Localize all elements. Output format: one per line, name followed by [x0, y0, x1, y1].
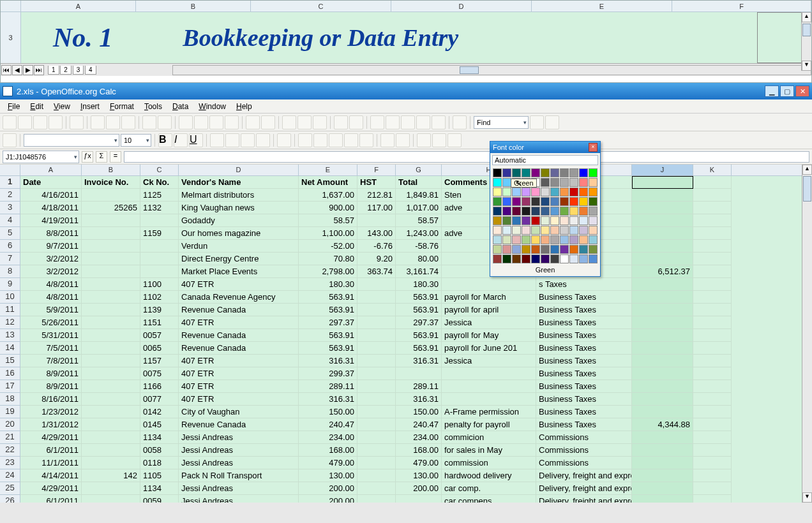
cell[interactable]: 234.00 — [299, 431, 357, 444]
menu-format[interactable]: Format — [105, 101, 139, 112]
cell[interactable]: 240.47 — [396, 418, 442, 431]
cell[interactable]: Business Taxes — [536, 406, 632, 418]
cell[interactable] — [82, 457, 140, 469]
cell[interactable]: payroll for March — [442, 291, 536, 304]
cell[interactable] — [82, 304, 140, 316]
window-close-button[interactable] — [795, 85, 809, 97]
cell[interactable]: 0075 — [140, 367, 179, 380]
color-swatch[interactable] — [550, 168, 559, 177]
color-swatch[interactable] — [541, 235, 550, 244]
cell[interactable] — [357, 367, 396, 380]
color-swatch[interactable] — [531, 188, 540, 196]
cell[interactable] — [632, 393, 693, 406]
hyperlink-button[interactable] — [282, 115, 296, 129]
cell[interactable]: 168.00 — [396, 444, 442, 457]
cell[interactable]: 407 ETR — [179, 393, 299, 406]
cell[interactable] — [632, 202, 693, 214]
row-header[interactable]: 6 — [0, 240, 20, 253]
cell[interactable] — [632, 444, 693, 457]
cell[interactable]: Commissions — [536, 431, 632, 444]
cell[interactable]: 5/31/2011 — [20, 329, 82, 342]
row-header[interactable]: 1 — [0, 176, 20, 189]
color-swatch[interactable] — [502, 188, 511, 196]
cell[interactable]: 563.91 — [299, 329, 357, 342]
cell[interactable]: 1100 — [140, 278, 179, 291]
color-swatch[interactable] — [512, 207, 521, 216]
cell[interactable]: 2,798.00 — [299, 265, 357, 278]
save-button[interactable] — [33, 115, 47, 129]
color-swatch[interactable] — [569, 188, 578, 196]
cell[interactable] — [632, 469, 693, 482]
sheet-prev-button[interactable]: ◀ — [12, 65, 22, 75]
cell[interactable]: Business Taxes — [536, 291, 632, 304]
color-swatch[interactable] — [541, 226, 550, 235]
cell[interactable]: 1,100.00 — [299, 227, 357, 240]
cell[interactable]: 407 ETR — [179, 355, 299, 367]
sheet-tab-4[interactable]: 4 — [85, 66, 96, 75]
cell[interactable]: penalty for payroll — [442, 418, 536, 431]
cell[interactable] — [632, 240, 693, 253]
cell[interactable] — [82, 355, 140, 367]
cell[interactable]: Jessica — [442, 355, 536, 367]
cell[interactable] — [632, 329, 693, 342]
teaser-col-c[interactable]: C — [251, 1, 391, 11]
color-swatch[interactable] — [569, 226, 578, 235]
cell[interactable]: 1,243.00 — [396, 227, 442, 240]
cell[interactable]: Jessi Andreas — [179, 457, 299, 469]
menu-window[interactable]: Window — [193, 101, 231, 112]
cell[interactable]: King Vaughan news — [179, 202, 299, 214]
cell[interactable] — [82, 406, 140, 418]
cell[interactable]: 5/9/2011 — [20, 304, 82, 316]
cell[interactable] — [82, 482, 140, 495]
color-swatch[interactable] — [579, 197, 588, 206]
cell[interactable]: 58.57 — [299, 214, 357, 227]
cell[interactable]: 25265 — [82, 202, 140, 214]
color-swatch[interactable] — [531, 207, 540, 216]
cell[interactable]: 7/8/2011 — [20, 355, 82, 367]
color-swatch[interactable] — [541, 245, 550, 254]
color-swatch[interactable] — [531, 197, 540, 206]
cell[interactable] — [357, 304, 396, 316]
cell[interactable]: 4/14/2011 — [20, 469, 82, 482]
color-swatch[interactable] — [502, 197, 511, 206]
spreadsheet-grid[interactable]: ABCDEFGHIJK 1DateInvoice No.Ck No.Vendor… — [0, 165, 812, 503]
color-swatch[interactable] — [579, 226, 588, 235]
borders-button[interactable] — [417, 133, 431, 147]
cell[interactable]: 0057 — [140, 329, 179, 342]
cell[interactable]: Delivery, freight and express — [536, 469, 632, 482]
color-swatch[interactable] — [502, 254, 511, 263]
cell[interactable]: 0059 — [140, 495, 179, 503]
cell[interactable]: 212.81 — [357, 189, 396, 202]
cell[interactable]: Business Taxes — [536, 304, 632, 316]
cell[interactable] — [82, 329, 140, 342]
bold-button[interactable]: B — [158, 133, 172, 147]
cell[interactable]: 4/16/2011 — [20, 189, 82, 202]
cell[interactable] — [357, 380, 396, 393]
cell[interactable] — [693, 227, 732, 240]
cell[interactable] — [693, 253, 732, 265]
cell[interactable] — [693, 367, 732, 380]
cell[interactable] — [632, 253, 693, 265]
color-swatch[interactable] — [502, 226, 511, 235]
row-header[interactable]: 4 — [0, 214, 20, 227]
color-swatch[interactable] — [522, 235, 530, 244]
color-swatch[interactable] — [493, 178, 502, 187]
row-header[interactable]: 15 — [0, 355, 20, 367]
print-preview-button[interactable] — [121, 115, 135, 129]
teaser-col-d[interactable]: D — [391, 1, 532, 11]
color-swatch[interactable] — [522, 197, 530, 206]
cell[interactable] — [632, 316, 693, 329]
cell[interactable]: 143.00 — [357, 227, 396, 240]
cell[interactable]: 8/16/2011 — [20, 393, 82, 406]
cell[interactable]: 6/1/2011 — [20, 444, 82, 457]
cell[interactable]: HST — [357, 176, 396, 189]
cell[interactable] — [693, 304, 732, 316]
cell[interactable]: 289.11 — [299, 380, 357, 393]
cell[interactable]: hardwood delivery — [442, 469, 536, 482]
color-swatch[interactable] — [493, 235, 502, 244]
col-header-d[interactable]: D — [179, 165, 299, 175]
col-header-k[interactable]: K — [693, 165, 732, 175]
row-header[interactable]: 9 — [0, 278, 20, 291]
cell[interactable]: 8/8/2011 — [20, 227, 82, 240]
autospell-button[interactable] — [158, 115, 172, 129]
